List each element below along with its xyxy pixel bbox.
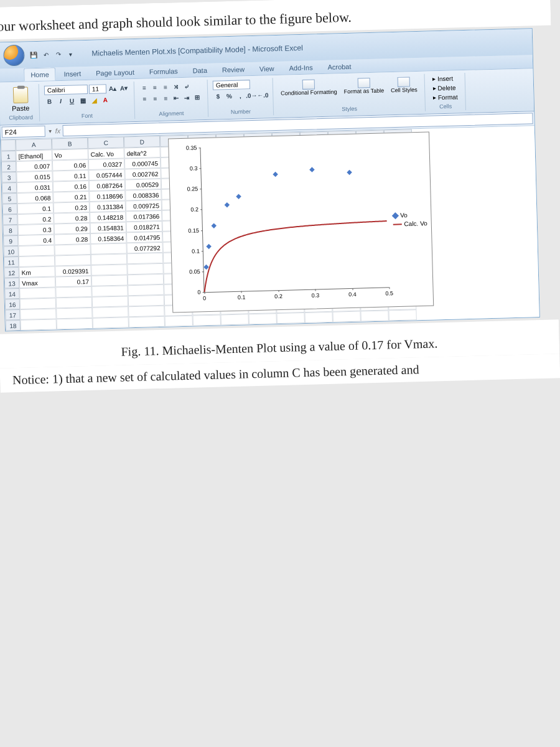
row-header[interactable]: 14: [4, 288, 19, 299]
cell[interactable]: [21, 319, 57, 331]
format-cells-button[interactable]: ▸ Format: [431, 93, 460, 101]
tab-review[interactable]: Review: [215, 62, 252, 77]
cell[interactable]: 0.28: [54, 212, 90, 224]
cell[interactable]: 0.029391: [55, 265, 91, 277]
redo-icon[interactable]: ↷: [53, 49, 63, 59]
cell[interactable]: 0.131384: [90, 200, 126, 212]
wrap-text-icon[interactable]: ⤶: [182, 82, 192, 92]
cell[interactable]: 0.087264: [89, 179, 125, 191]
cell[interactable]: 0.23: [54, 202, 90, 214]
row-header[interactable]: 11: [4, 256, 19, 268]
cell[interactable]: 0.154831: [90, 222, 126, 233]
row-header[interactable]: 18: [6, 320, 21, 331]
cell[interactable]: [128, 284, 164, 296]
cell[interactable]: Calc. Vo: [88, 148, 124, 159]
cell[interactable]: [92, 306, 128, 318]
cell[interactable]: [19, 287, 55, 299]
conditional-formatting-button[interactable]: Conditional Formatting: [278, 77, 340, 98]
cell[interactable]: [388, 309, 416, 321]
tab-addins[interactable]: Add-Ins: [282, 60, 319, 75]
row-header[interactable]: 8: [3, 225, 18, 236]
col-header[interactable]: C: [88, 136, 124, 149]
bold-button[interactable]: B: [44, 96, 54, 106]
cell[interactable]: 0.077292: [126, 242, 162, 254]
borders-icon[interactable]: ▦: [78, 95, 88, 105]
col-header[interactable]: D: [124, 136, 160, 148]
cell[interactable]: [92, 296, 128, 308]
align-center-icon[interactable]: ≡: [150, 93, 160, 103]
cell[interactable]: [57, 318, 93, 330]
delete-cells-button[interactable]: ▸ Delete: [430, 83, 460, 92]
cell[interactable]: [276, 312, 304, 324]
cell[interactable]: [56, 297, 92, 309]
currency-icon[interactable]: $: [213, 91, 223, 101]
cell[interactable]: 0.031: [17, 181, 53, 193]
cell[interactable]: [127, 263, 163, 275]
row-header[interactable]: 6: [2, 204, 17, 215]
cell[interactable]: 0.018271: [126, 221, 162, 233]
cell[interactable]: [20, 298, 56, 309]
tab-formulas[interactable]: Formulas: [142, 64, 185, 78]
font-color-icon[interactable]: A: [100, 95, 110, 105]
cell[interactable]: 0.2: [17, 213, 54, 225]
cell[interactable]: [55, 286, 91, 298]
align-left-icon[interactable]: ≡: [139, 93, 149, 103]
percent-icon[interactable]: %: [224, 91, 234, 101]
row-header[interactable]: 7: [2, 214, 17, 225]
tab-view[interactable]: View: [253, 62, 281, 75]
cell[interactable]: 0.29: [54, 223, 90, 235]
tab-page-layout[interactable]: Page Layout: [89, 65, 141, 80]
cell[interactable]: [332, 311, 360, 322]
embedded-chart[interactable]: 00.050.10.150.20.250.30.3500.10.20.30.40…: [168, 132, 434, 313]
cell[interactable]: 0.11: [52, 170, 88, 182]
row-header[interactable]: 9: [3, 235, 18, 247]
row-header[interactable]: 17: [5, 309, 20, 321]
row-header[interactable]: 12: [4, 267, 19, 278]
cell[interactable]: [128, 274, 164, 286]
align-mid-icon[interactable]: ≡: [150, 82, 160, 92]
cell[interactable]: [93, 317, 129, 329]
align-top-icon[interactable]: ≡: [139, 82, 149, 92]
cell[interactable]: 0.4: [18, 234, 54, 246]
cell[interactable]: 0.06: [52, 159, 88, 171]
cell[interactable]: [129, 316, 165, 328]
cell[interactable]: 0.009725: [126, 200, 162, 212]
cell[interactable]: 0.118696: [89, 190, 125, 202]
font-size-select[interactable]: 11: [89, 84, 106, 94]
cell[interactable]: [248, 313, 276, 324]
fill-color-icon[interactable]: ◢: [89, 95, 99, 105]
insert-cells-button[interactable]: ▸ Insert: [430, 74, 460, 83]
underline-button[interactable]: U: [67, 95, 77, 105]
cell[interactable]: 0.0327: [88, 158, 124, 170]
cell[interactable]: Vo: [52, 149, 88, 161]
format-as-table-button[interactable]: Format as Table: [341, 76, 386, 96]
cell[interactable]: [91, 275, 128, 286]
cell[interactable]: [91, 285, 128, 297]
cell[interactable]: [304, 312, 332, 323]
cell[interactable]: [128, 306, 164, 317]
cell[interactable]: [18, 245, 54, 256]
inc-decimal-icon[interactable]: .0→: [246, 90, 256, 100]
cell[interactable]: [55, 255, 91, 266]
cell[interactable]: [90, 243, 126, 255]
row-header[interactable]: 10: [3, 246, 18, 257]
tab-data[interactable]: Data: [185, 63, 214, 77]
row-header[interactable]: 2: [1, 161, 16, 172]
col-header[interactable]: B: [52, 138, 88, 150]
cell[interactable]: [127, 253, 163, 265]
comma-icon[interactable]: ,: [235, 90, 245, 100]
cell[interactable]: 0.002762: [124, 168, 161, 180]
indent-inc-icon[interactable]: ⇥: [182, 93, 192, 103]
merge-icon[interactable]: ⊞: [192, 92, 202, 102]
row-header[interactable]: 4: [2, 182, 17, 194]
tab-home[interactable]: Home: [24, 67, 56, 81]
cell[interactable]: 0.008336: [125, 189, 161, 201]
cell[interactable]: 0.148218: [90, 211, 126, 223]
cell[interactable]: [Ethanol]: [16, 149, 52, 161]
cell[interactable]: [20, 308, 56, 320]
cell[interactable]: delta^2: [124, 147, 160, 159]
shrink-font-icon[interactable]: A▾: [119, 83, 129, 93]
align-bot-icon[interactable]: ≡: [161, 82, 170, 92]
cell[interactable]: 0.1: [17, 202, 54, 214]
cell[interactable]: 0.057444: [88, 169, 124, 181]
